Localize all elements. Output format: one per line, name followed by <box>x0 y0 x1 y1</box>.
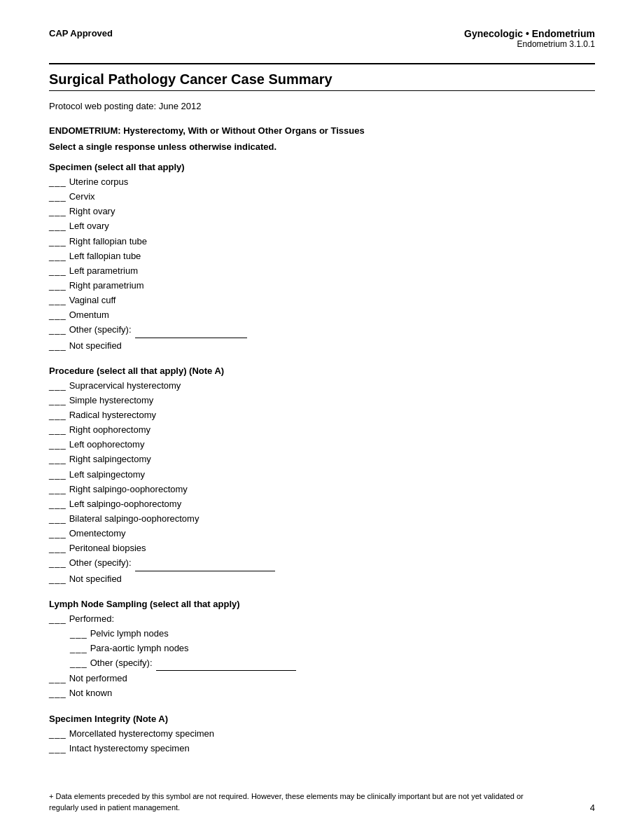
checkbox-blank: ___ <box>49 190 66 204</box>
list-item: ___ Para-aortic lymph nodes <box>49 641 595 655</box>
lymph-other-specify-field[interactable] <box>156 656 296 671</box>
item-label: Right fallopian tube <box>69 235 147 249</box>
checkbox-blank: ___ <box>49 293 66 307</box>
list-item: ___ Right fallopian tube <box>49 235 595 249</box>
item-label: Right parametrium <box>69 279 144 293</box>
list-item: ___ Pelvic lymph nodes <box>49 627 595 641</box>
item-label: Right salpingectomy <box>69 452 151 466</box>
page-header: CAP Approved Gynecologic • Endometrium E… <box>49 28 595 49</box>
item-label: Left salpingo-oophorectomy <box>69 497 181 511</box>
lymph-section-title: Lymph Node Sampling (select all that app… <box>49 599 595 609</box>
item-label: Para-aortic lymph nodes <box>90 641 189 655</box>
list-item: ___ Other (specify): <box>49 656 595 671</box>
list-item: ___ Left oophorectomy <box>49 438 595 452</box>
checkbox-blank: ___ <box>49 482 66 496</box>
item-label: Left parametrium <box>69 264 138 278</box>
item-label: Left fallopian tube <box>69 249 141 263</box>
specimen-section: Specimen (select all that apply) ___ Ute… <box>49 162 595 353</box>
cap-approved-label: CAP Approved <box>49 28 113 39</box>
checkbox-blank: ___ <box>49 175 66 189</box>
list-item: ___ Simple hysterectomy <box>49 394 595 408</box>
list-item: ___ Bilateral salpingo-oophorectomy <box>49 512 595 526</box>
item-label: Not known <box>69 686 112 700</box>
header-right: Gynecologic • Endometrium Endometrium 3.… <box>464 28 595 49</box>
checkbox-blank: ___ <box>49 556 66 570</box>
item-label: Left oophorectomy <box>69 438 145 452</box>
list-item: ___ Left parametrium <box>49 264 595 278</box>
item-label: Left ovary <box>69 219 109 233</box>
checkbox-blank: ___ <box>70 641 88 655</box>
checkbox-blank: ___ <box>49 497 66 511</box>
checkbox-blank: ___ <box>49 219 66 233</box>
item-label: Other (specify): <box>69 323 247 338</box>
list-item: ___ Not specified <box>49 572 595 586</box>
list-item: ___ Right salpingectomy <box>49 452 595 466</box>
instruction-text: Select a single response unless otherwis… <box>49 141 595 152</box>
list-item: ___ Other (specify): <box>49 323 595 338</box>
list-item: ___ Uterine corpus <box>49 175 595 189</box>
protocol-date: Protocol web posting date: June 2012 <box>49 101 595 111</box>
item-label: Right oophorectomy <box>69 423 150 437</box>
item-label: Other (specify): <box>69 556 275 571</box>
checkbox-blank: ___ <box>49 423 66 437</box>
checkbox-blank: ___ <box>49 452 66 466</box>
checkbox-blank: ___ <box>49 279 66 293</box>
list-item: ___ Other (specify): <box>49 556 595 571</box>
checkbox-blank: ___ <box>49 742 66 756</box>
list-item: ___ Omentum <box>49 308 595 322</box>
checkbox-blank: ___ <box>70 656 88 670</box>
checkbox-blank: ___ <box>49 308 66 322</box>
item-label: Performed: <box>69 612 114 626</box>
item-label: Vaginal cuff <box>69 293 116 307</box>
item-label: Omentectomy <box>69 527 126 541</box>
checkbox-blank: ___ <box>49 204 66 218</box>
other-specify-field[interactable] <box>135 323 247 338</box>
list-item: ___ Not known <box>49 686 595 700</box>
list-item: ___ Radical hysterectomy <box>49 408 595 422</box>
page-title: Surgical Pathology Cancer Case Summary <box>49 71 595 88</box>
item-label: Other (specify): <box>90 656 296 671</box>
version-label: Endometrium 3.1.0.1 <box>464 39 595 49</box>
page-number: 4 <box>590 802 595 813</box>
checkbox-blank: ___ <box>49 512 66 526</box>
list-item: ___ Supracervical hysterectomy <box>49 379 595 393</box>
checkbox-blank: ___ <box>49 235 66 249</box>
list-item: ___ Left fallopian tube <box>49 249 595 263</box>
checkbox-blank: ___ <box>49 572 66 586</box>
checkbox-blank: ___ <box>49 323 66 337</box>
list-item: ___ Right ovary <box>49 204 595 218</box>
item-label: Not specified <box>69 572 122 586</box>
item-label: Peritoneal biopsies <box>69 541 146 555</box>
item-label: Intact hysterectomy specimen <box>69 742 190 756</box>
checkbox-blank: ___ <box>49 339 66 353</box>
item-label: Right salpingo-oophorectomy <box>69 482 188 496</box>
item-label: Right ovary <box>69 204 115 218</box>
item-label: Omentum <box>69 308 109 322</box>
checkbox-blank: ___ <box>49 394 66 408</box>
checkbox-blank: ___ <box>49 727 66 741</box>
list-item: ___ Left salpingectomy <box>49 468 595 482</box>
item-label: Supracervical hysterectomy <box>69 379 181 393</box>
specimen-section-title: Specimen (select all that apply) <box>49 162 595 172</box>
item-label: Pelvic lymph nodes <box>90 627 169 641</box>
item-label: Radical hysterectomy <box>69 408 156 422</box>
checkbox-blank: ___ <box>49 408 66 422</box>
list-item: ___ Cervix <box>49 190 595 204</box>
list-item: ___ Right salpingo-oophorectomy <box>49 482 595 496</box>
list-item: ___ Left ovary <box>49 219 595 233</box>
item-label: Not specified <box>69 339 122 353</box>
page-footer: + Data elements preceded by this symbol … <box>49 791 595 813</box>
item-label: Uterine corpus <box>69 175 129 189</box>
checkbox-blank: ___ <box>49 612 66 626</box>
integrity-section: Specimen Integrity (Note A) ___ Morcella… <box>49 714 595 756</box>
list-item: ___ Right parametrium <box>49 279 595 293</box>
list-item: ___ Performed: <box>49 612 595 626</box>
specialty-title: Gynecologic • Endometrium <box>464 28 595 39</box>
checkbox-blank: ___ <box>49 438 66 452</box>
checkbox-blank: ___ <box>49 541 66 555</box>
procedure-other-specify-field[interactable] <box>135 556 275 571</box>
checkbox-blank: ___ <box>49 379 66 393</box>
item-label: Cervix <box>69 190 95 204</box>
item-label: Left salpingectomy <box>69 468 145 482</box>
integrity-section-title: Specimen Integrity (Note A) <box>49 714 595 724</box>
